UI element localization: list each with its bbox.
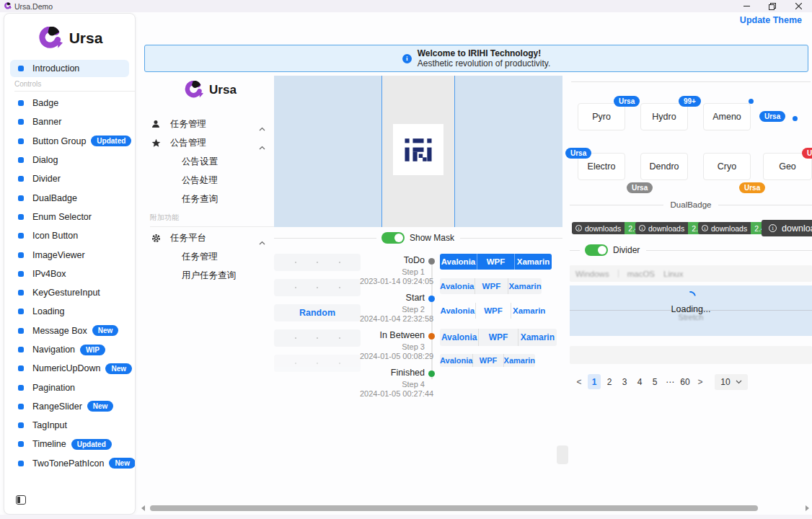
menu-item-announcement-settings[interactable]: 公告设置 <box>144 152 275 171</box>
avalonia-button[interactable]: Avalonia <box>440 278 475 294</box>
sidebar-item-message-box[interactable]: Message BoxNew <box>4 321 135 340</box>
sidebar-item-button-group[interactable]: Button GroupUpdated <box>4 132 135 151</box>
tab-windows[interactable]: Windows <box>575 270 609 278</box>
sidebar-item-divider[interactable]: Divider <box>4 169 135 188</box>
sidebar-item-ipv4box[interactable]: IPv4Box <box>4 265 135 283</box>
xamarin-button[interactable]: Xamarin <box>518 329 557 346</box>
avalonia-button[interactable]: Avalonia <box>440 329 479 346</box>
image-viewer[interactable] <box>274 76 562 227</box>
random-button[interactable]: Random <box>274 304 361 321</box>
badge-card-dendro: Dendro <box>640 153 688 180</box>
sidebar-item-icon-button[interactable]: Icon Button <box>4 226 135 245</box>
menu-item-user-task-query[interactable]: 用户任务查询 <box>144 266 275 285</box>
irihi-logo-icon <box>401 133 436 167</box>
button-group-solid: Avalonia WPF Xamarin <box>440 254 552 270</box>
info-icon: i <box>702 225 708 231</box>
scroll-left-arrow-icon[interactable] <box>141 505 145 511</box>
xamarin-button[interactable]: Xamarin <box>511 303 547 319</box>
pagination-page-2[interactable]: 2 <box>603 374 616 389</box>
horizontal-scrollbar-thumb[interactable] <box>150 505 758 511</box>
timeline-title: ToDo <box>360 255 425 266</box>
pagination-next-button[interactable]: > <box>694 374 707 389</box>
pagination-ellipsis[interactable]: ⋯ <box>663 374 676 389</box>
pagination-prev-button[interactable]: < <box>573 374 586 389</box>
status-badge: New <box>92 325 119 336</box>
sidebar-item-twotonepathicon[interactable]: TwoTonePathIconNew <box>4 454 135 473</box>
sidebar-item-label: Message Box <box>32 326 87 336</box>
avalonia-button[interactable]: Avalonia <box>440 254 477 270</box>
sidebar-item-dualbadge[interactable]: DualBadge <box>4 188 135 207</box>
scroll-right-arrow-icon[interactable] <box>806 505 809 511</box>
page-size-value: 10 <box>720 377 730 387</box>
sidebar-list: Badge Banner Button GroupUpdated Dialog … <box>4 94 135 473</box>
sidebar-item-pagination[interactable]: Pagination <box>4 378 135 396</box>
pagination-page-4[interactable]: 4 <box>633 374 646 389</box>
timeline-step: Step 4 <box>360 379 425 389</box>
minimize-button[interactable] <box>741 1 751 12</box>
sidebar-item-loading[interactable]: Loading <box>4 302 135 321</box>
menu-group-task-management[interactable]: 任务管理 <box>144 115 275 133</box>
page-size-select[interactable]: 10 <box>715 374 748 390</box>
menu-group-task-platform[interactable]: 任务平台 <box>144 229 275 247</box>
xamarin-button[interactable]: Xamarin <box>504 354 535 367</box>
chevron-up-icon <box>259 121 265 134</box>
wpf-button[interactable]: WPF <box>476 303 512 319</box>
menu-item-task-management[interactable]: 任务管理 <box>144 247 275 266</box>
divider-toggle[interactable] <box>585 244 608 256</box>
sidebar-item-numericupdown[interactable]: NumericUpDownNew <box>4 359 135 378</box>
sidebar-item-imageviewer[interactable]: ImageViewer <box>4 245 135 264</box>
sidebar-item-navigation[interactable]: NavigationWIP <box>4 340 135 359</box>
restore-button[interactable] <box>767 1 777 12</box>
sidebar-item-rangeslider[interactable]: RangeSliderNew <box>4 397 135 416</box>
button-group-small: Avalonia WPF Xamarin <box>440 354 535 367</box>
sidebar-item-label: NumericUpDown <box>32 363 100 373</box>
wpf-button[interactable]: WPF <box>477 254 515 270</box>
sidebar-collapse-icon[interactable] <box>16 495 26 505</box>
close-button[interactable] <box>793 1 803 12</box>
pagination-page-3[interactable]: 3 <box>618 374 631 389</box>
divider-line <box>570 205 663 205</box>
timeline-title: In Between <box>360 330 425 341</box>
tab-linux[interactable]: Linux <box>663 270 684 278</box>
dual-badge-left: idownloads <box>635 222 688 234</box>
standalone-dot-badge <box>793 116 798 121</box>
loading-overlay: Loading... Stretch <box>570 285 812 336</box>
menu-item-label: 用户任务查询 <box>182 270 236 282</box>
avalonia-button[interactable]: Avalonia <box>440 303 476 319</box>
avalonia-button[interactable]: Avalonia <box>440 354 473 367</box>
wpf-button[interactable]: WPF <box>475 278 509 294</box>
menu-group-announcement-management[interactable]: 公告管理 <box>144 133 275 152</box>
menu-item-announcement-processing[interactable]: 公告处理 <box>144 171 275 190</box>
update-theme-button[interactable]: Update Theme <box>736 13 806 27</box>
bullet-icon <box>18 233 24 239</box>
tab-macos[interactable]: macOS <box>627 270 655 278</box>
wpf-button[interactable]: WPF <box>479 329 518 346</box>
badge-card-ameno: Ameno <box>703 103 751 130</box>
pagination-page-60[interactable]: 60 <box>679 374 692 389</box>
vertical-scrollbar-thumb[interactable] <box>557 445 568 464</box>
sidebar-item-label: Banner <box>32 117 61 127</box>
pagination-page-1[interactable]: 1 <box>588 374 601 389</box>
sidebar-item-label: Loading <box>32 306 65 316</box>
sidebar-item-badge[interactable]: Badge <box>4 94 135 112</box>
xamarin-button[interactable]: Xamarin <box>508 278 542 294</box>
sidebar-item-keygestureinput[interactable]: KeyGestureInput <box>4 283 135 302</box>
sidebar-item-label: Enum Selector <box>32 212 92 222</box>
ursa-logo-icon <box>37 27 63 50</box>
sidebar-item-label: Dialog <box>32 155 58 165</box>
pagination-page-5[interactable]: 5 <box>648 374 661 389</box>
wpf-button[interactable]: WPF <box>473 354 503 367</box>
sidebar-item-dialog[interactable]: Dialog <box>4 151 135 169</box>
menu-item-task-query[interactable]: 任务查询 <box>144 190 275 208</box>
star-icon <box>150 138 162 148</box>
sidebar-item-taginput[interactable]: TagInput <box>4 416 135 435</box>
info-icon: i <box>402 54 412 63</box>
sidebar-item-timeline[interactable]: TimelineUpdated <box>4 435 135 453</box>
timeline-time: 2024-01-04 22:32:58 <box>360 314 425 324</box>
show-mask-toggle[interactable] <box>381 232 405 244</box>
sidebar-item-enum-selector[interactable]: Enum Selector <box>4 208 135 226</box>
card-label: Ameno <box>712 112 741 122</box>
sidebar-item-banner[interactable]: Banner <box>4 112 135 131</box>
sidebar-item-introduction[interactable]: Introduction <box>10 60 129 77</box>
xamarin-button[interactable]: Xamarin <box>515 254 552 270</box>
